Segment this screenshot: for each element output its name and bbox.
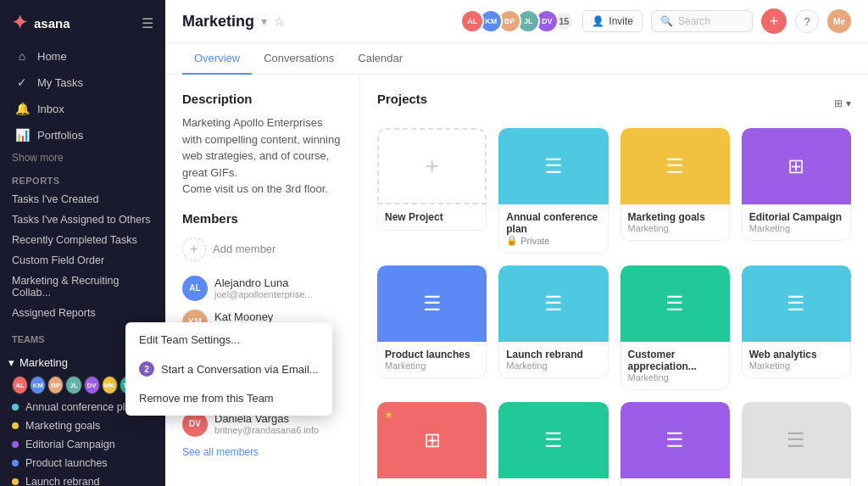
context-edit-settings[interactable]: Edit Team Settings...	[125, 326, 332, 354]
asana-logo: ✦	[12, 12, 27, 34]
project-card-editorial[interactable]: ⊞ Editorial Campaign Marketing	[742, 128, 851, 254]
project-card-marketing-goals[interactable]: ☰ Marketing goals Marketing	[620, 128, 730, 254]
bell-icon: 🔔	[15, 102, 29, 115]
plus-icon: +	[425, 153, 438, 180]
search-bar[interactable]: 🔍 Search	[651, 10, 753, 32]
avatar-1: AL	[12, 376, 28, 394]
chart-icon: 📊	[15, 128, 29, 142]
context-remove-team[interactable]: Remove me from this Team	[125, 384, 332, 412]
context-conversation-email[interactable]: 2 Start a Conversation via Email...	[125, 354, 332, 384]
launch-rebrand-info: Launch rebrand Marketing	[498, 342, 608, 378]
description-text: Marketing Apollo Enterprises with compel…	[182, 115, 342, 198]
chevron-down-icon: ▾	[8, 356, 14, 369]
person-icon: 👤	[592, 15, 604, 27]
member-info-1: Alejandro Luna joel@apolloenterprise...	[214, 277, 342, 299]
see-all-members[interactable]: See all members	[182, 441, 342, 458]
search-icon: 🔍	[660, 15, 673, 27]
list-icon: ☰	[423, 292, 442, 316]
help-button[interactable]: ?	[795, 9, 819, 33]
add-member-button[interactable]: + Add member	[182, 234, 342, 265]
home-icon: ⌂	[15, 49, 29, 63]
marketing-team-label: ▾ Marketing	[8, 356, 68, 369]
member-alejandro: AL Alejandro Luna joel@apolloenterprise.…	[182, 271, 342, 305]
project-card-customer-appreciation[interactable]: ☰ Customer appreciation... Marketing	[620, 265, 730, 390]
website-design-info: Website Design Requests Marketing	[377, 478, 487, 486]
sidebar-item-mytasks[interactable]: ✓ My Tasks	[3, 70, 162, 95]
list-icon: ☰	[544, 154, 563, 178]
private-badge: 🔒 Private	[506, 235, 600, 246]
project-dot	[12, 478, 19, 485]
project-card-web-analytics[interactable]: ☰ Web analytics Marketing	[742, 265, 851, 390]
chevron-down-icon: ▾	[846, 98, 851, 109]
grid-view-button[interactable]: ⊞ ▾	[834, 98, 851, 109]
project-card-launch-rebrand[interactable]: ☰ Launch rebrand Marketing	[498, 265, 608, 390]
report-marketing-recruiting[interactable]: Marketing & Recruiting Collab...	[0, 271, 165, 303]
avatar-2: KM	[30, 376, 46, 394]
invite-button[interactable]: 👤 Invite	[582, 10, 643, 32]
report-custom-field[interactable]: Custom Field Order	[0, 250, 165, 271]
check-icon: ✓	[15, 75, 29, 89]
star-icon[interactable]: ☆	[274, 14, 285, 28]
project-editorial-campaign[interactable]: Editorial Campaign	[0, 435, 165, 454]
description-panel: Description Marketing Apollo Enterprises…	[165, 75, 360, 486]
list-icon: ☰	[665, 154, 684, 178]
member-info-5: Daniela Vargas britney@randasana6.info	[214, 412, 342, 435]
project-card-annual-conference[interactable]: ☰ Annual conference plan 🔒 Private	[498, 128, 608, 254]
sidebar-item-inbox[interactable]: 🔔 Inbox	[3, 96, 162, 121]
members-title: Members	[182, 211, 342, 226]
project-card-annual-sponsorships[interactable]: ☰ Annual sponsorships Marketing	[498, 402, 608, 486]
add-button[interactable]: +	[761, 8, 787, 34]
project-card-product-launches[interactable]: ☰ Product launches Marketing	[377, 265, 487, 390]
grid-icon: ⊞	[424, 428, 441, 452]
user-avatar[interactable]: Me	[827, 9, 851, 33]
project-dot	[12, 441, 19, 448]
customer-appreciation-info: Customer appreciation... Marketing	[620, 342, 730, 390]
title-actions: ▾ ☆	[261, 14, 285, 28]
new-project-label: New Project	[377, 204, 487, 231]
annual-sponsorships-info: Annual sponsorships Marketing	[498, 478, 608, 486]
tab-calendar[interactable]: Calendar	[346, 43, 415, 75]
project-dot	[12, 404, 19, 411]
project-card-customer-stories[interactable]: ☰ Customer stories Marketing	[620, 402, 730, 486]
context-badge: 2	[139, 361, 154, 377]
reports-section-header: Reports	[0, 167, 165, 189]
sidebar-item-portfolios[interactable]: 📊 Portfolios	[3, 122, 162, 148]
list-icon: ☰	[665, 292, 684, 316]
project-card-marketing-brainstorm[interactable]: ☰ Marketing Brainstorm	[742, 402, 851, 486]
list-icon: ☰	[665, 428, 684, 452]
content-area: Description Marketing Apollo Enterprises…	[165, 75, 868, 486]
projects-panel: Projects ⊞ ▾ + New Project	[360, 75, 868, 486]
new-project-card[interactable]: + New Project	[377, 128, 487, 254]
tab-conversations[interactable]: Conversations	[252, 43, 346, 75]
marketing-goals-info: Marketing goals Marketing	[620, 204, 730, 241]
project-product-launches[interactable]: Product launches	[0, 454, 165, 472]
list-icon: ☰	[544, 428, 563, 452]
projects-title: Projects	[377, 92, 427, 106]
report-assigned-reports[interactable]: Assigned Reports	[0, 303, 165, 323]
add-member-icon: +	[182, 237, 206, 261]
project-title-area: Marketing ▾ ☆	[182, 13, 285, 31]
star-badge: ★	[384, 409, 393, 421]
avatar-4: JL	[65, 376, 81, 394]
report-recently-completed[interactable]: Recently Completed Tasks	[0, 230, 165, 250]
tab-overview[interactable]: Overview	[182, 43, 252, 75]
hamburger-icon[interactable]: ☰	[142, 15, 153, 31]
project-marketing-goals[interactable]: Marketing goals	[0, 416, 165, 435]
teams-label: Teams	[12, 334, 45, 344]
report-tasks-assigned[interactable]: Tasks I've Assigned to Others	[0, 209, 165, 230]
project-card-website-design[interactable]: ★ ⊞ Website Design Requests Marketing	[377, 402, 487, 486]
member-avatar-1: AL	[182, 276, 208, 301]
avatar-stack: AL KM BP JL DV 15	[465, 9, 574, 33]
project-dot	[12, 460, 19, 466]
app-name: asana	[34, 16, 70, 31]
sidebar-item-home[interactable]: ⌂ Home	[3, 43, 162, 69]
lock-icon: 🔒	[506, 235, 518, 246]
dropdown-icon[interactable]: ▾	[261, 14, 267, 28]
show-more-nav[interactable]: Show more	[0, 148, 165, 167]
report-tasks-created[interactable]: Tasks I've Created	[0, 189, 165, 209]
list-icon: ⊞	[787, 154, 804, 178]
tab-bar: Overview Conversations Calendar	[165, 43, 868, 75]
grid-icon: ⊞	[834, 98, 843, 109]
project-launch-rebrand[interactable]: Launch rebrand	[0, 472, 165, 486]
web-analytics-info: Web analytics Marketing	[742, 342, 851, 378]
